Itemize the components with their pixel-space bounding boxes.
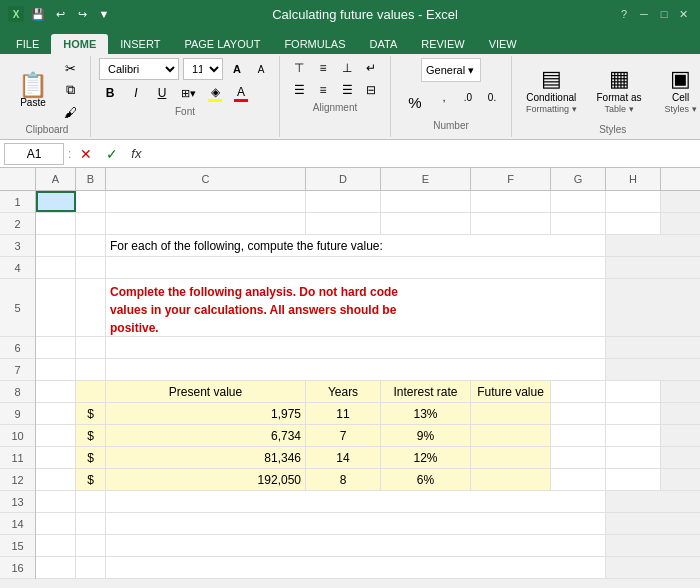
cell-A11[interactable] <box>36 447 76 468</box>
cell-E9[interactable]: 13% <box>381 403 471 424</box>
cell-B9[interactable]: $ <box>76 403 106 424</box>
col-header-G[interactable]: G <box>551 168 606 190</box>
cell-E12[interactable]: 6% <box>381 469 471 490</box>
col-header-B[interactable]: B <box>76 168 106 190</box>
cell-C14[interactable] <box>106 513 606 534</box>
redo-quick-btn[interactable]: ↪ <box>72 4 92 24</box>
cell-F9[interactable] <box>471 403 551 424</box>
cell-C8[interactable]: Present value <box>106 381 306 402</box>
cell-A10[interactable] <box>36 425 76 446</box>
tab-formulas[interactable]: FORMULAS <box>272 34 357 54</box>
cell-G10[interactable] <box>551 425 606 446</box>
grow-font-btn[interactable]: A <box>227 59 247 79</box>
enter-formula-btn[interactable]: ✓ <box>101 143 123 165</box>
cell-A12[interactable] <box>36 469 76 490</box>
cell-C1[interactable] <box>106 191 306 212</box>
border-button[interactable]: ⊞▾ <box>177 82 200 104</box>
cell-G2[interactable] <box>551 213 606 234</box>
cell-F10[interactable] <box>471 425 551 446</box>
bold-button[interactable]: B <box>99 82 121 104</box>
merge-btn[interactable]: ⊟ <box>360 80 382 100</box>
cell-B4[interactable] <box>76 257 106 278</box>
conditional-formatting-btn[interactable]: ▤ Conditional Formatting ▾ <box>520 64 583 116</box>
cell-G1[interactable] <box>551 191 606 212</box>
cancel-formula-btn[interactable]: ✕ <box>75 143 97 165</box>
cell-F8[interactable]: Future value <box>471 381 551 402</box>
help-btn[interactable]: ? <box>616 6 632 22</box>
minimize-btn[interactable]: ─ <box>636 6 652 22</box>
col-header-H[interactable]: H <box>606 168 661 190</box>
cell-C2[interactable] <box>106 213 306 234</box>
restore-btn[interactable]: □ <box>656 6 672 22</box>
format-painter-button[interactable]: 🖌 <box>58 102 82 122</box>
cell-C6[interactable] <box>106 337 606 358</box>
cell-G11[interactable] <box>551 447 606 468</box>
shrink-font-btn[interactable]: A <box>251 59 271 79</box>
cell-C16[interactable] <box>106 557 606 578</box>
cell-F1[interactable] <box>471 191 551 212</box>
cell-C11[interactable]: 81,346 <box>106 447 306 468</box>
cell-H10[interactable] <box>606 425 661 446</box>
cell-D11[interactable]: 14 <box>306 447 381 468</box>
cell-D9[interactable]: 11 <box>306 403 381 424</box>
align-center-btn[interactable]: ≡ <box>312 80 334 100</box>
cell-D1[interactable] <box>306 191 381 212</box>
col-header-D[interactable]: D <box>306 168 381 190</box>
cell-C12[interactable]: 192,050 <box>106 469 306 490</box>
format-as-table-btn[interactable]: ▦ Format as Table ▾ <box>591 64 648 116</box>
save-quick-btn[interactable]: 💾 <box>28 4 48 24</box>
cell-D8[interactable]: Years <box>306 381 381 402</box>
tab-view[interactable]: VIEW <box>477 34 529 54</box>
cell-B5[interactable] <box>76 279 106 336</box>
cell-A14[interactable] <box>36 513 76 534</box>
cell-D12[interactable]: 8 <box>306 469 381 490</box>
cell-B3[interactable] <box>76 235 106 256</box>
italic-button[interactable]: I <box>125 82 147 104</box>
cut-button[interactable]: ✂ <box>58 58 82 78</box>
comma-btn[interactable]: , <box>433 86 455 108</box>
cell-B10[interactable]: $ <box>76 425 106 446</box>
col-header-A[interactable]: A <box>36 168 76 190</box>
cell-B12[interactable]: $ <box>76 469 106 490</box>
cell-E1[interactable] <box>381 191 471 212</box>
col-header-E[interactable]: E <box>381 168 471 190</box>
formula-input[interactable] <box>149 143 696 165</box>
cell-F11[interactable] <box>471 447 551 468</box>
font-size-select[interactable]: 11 <box>183 58 223 80</box>
cell-C7[interactable] <box>106 359 606 380</box>
font-family-select[interactable]: Calibri <box>99 58 179 80</box>
cell-A16[interactable] <box>36 557 76 578</box>
align-left-btn[interactable]: ☰ <box>288 80 310 100</box>
cell-H11[interactable] <box>606 447 661 468</box>
cell-H2[interactable] <box>606 213 661 234</box>
align-bottom-btn[interactable]: ⊥ <box>336 58 358 78</box>
cell-E10[interactable]: 9% <box>381 425 471 446</box>
cell-C4[interactable] <box>106 257 606 278</box>
cell-B6[interactable] <box>76 337 106 358</box>
tab-review[interactable]: REVIEW <box>409 34 476 54</box>
cell-A2[interactable] <box>36 213 76 234</box>
name-box[interactable] <box>4 143 64 165</box>
cell-G9[interactable] <box>551 403 606 424</box>
cell-C15[interactable] <box>106 535 606 556</box>
cell-A5[interactable] <box>36 279 76 336</box>
cell-A4[interactable] <box>36 257 76 278</box>
cell-C13[interactable] <box>106 491 606 512</box>
percent-btn[interactable]: % <box>399 86 431 118</box>
wrap-text-btn[interactable]: ↵ <box>360 58 382 78</box>
cell-C3[interactable]: For each of the following, compute the f… <box>106 235 606 256</box>
cell-C9[interactable]: 1,975 <box>106 403 306 424</box>
cell-A13[interactable] <box>36 491 76 512</box>
cell-D10[interactable]: 7 <box>306 425 381 446</box>
underline-button[interactable]: U <box>151 82 173 104</box>
tab-insert[interactable]: INSERT <box>108 34 172 54</box>
cell-E2[interactable] <box>381 213 471 234</box>
font-color-button[interactable]: A <box>230 82 252 104</box>
cell-B8[interactable] <box>76 381 106 402</box>
customize-quick-btn[interactable]: ▼ <box>94 4 114 24</box>
fill-color-button[interactable]: ◈ <box>204 82 226 104</box>
cell-B16[interactable] <box>76 557 106 578</box>
cell-B7[interactable] <box>76 359 106 380</box>
cell-B15[interactable] <box>76 535 106 556</box>
cell-A6[interactable] <box>36 337 76 358</box>
